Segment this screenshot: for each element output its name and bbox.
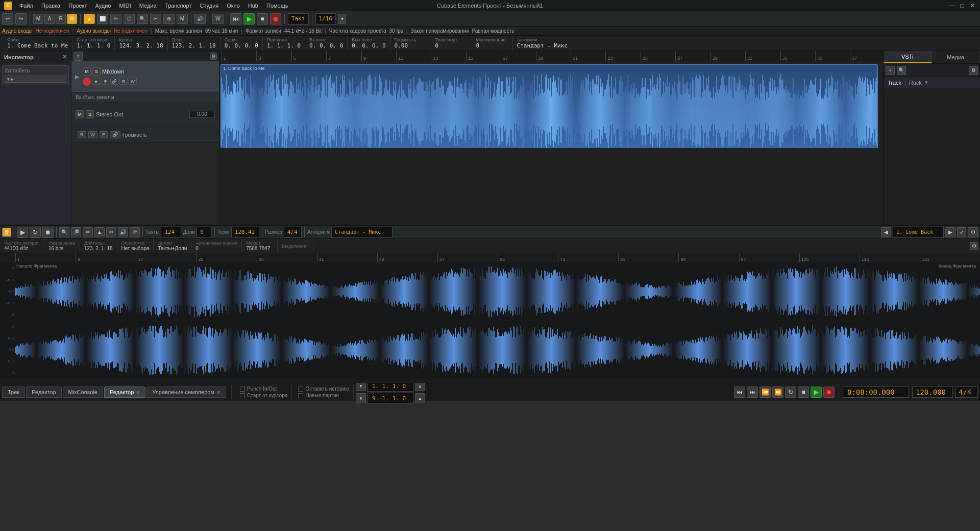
transport-play[interactable]: ▶	[243, 13, 255, 25]
menu-transport[interactable]: Транспорт	[162, 3, 195, 9]
inspector-close[interactable]: ✕	[62, 54, 67, 60]
erase-tool[interactable]: ⬡	[124, 14, 135, 24]
in-field-value[interactable]: 0. 0. 0. 0	[309, 42, 343, 49]
loop-btn[interactable]: ↻	[785, 387, 796, 398]
mode-a[interactable]: A	[44, 14, 55, 24]
sample-draw[interactable]: ✏	[83, 227, 93, 237]
volume-value[interactable]: 0.00	[395, 42, 427, 49]
menu-help[interactable]: Помощь	[263, 3, 291, 9]
stereo-out-link[interactable]: 🔗	[110, 131, 120, 138]
track-type-rack[interactable]: Rack	[909, 80, 922, 86]
stop-btn[interactable]: ■	[798, 387, 809, 398]
tab-editor-2-close[interactable]: ✕	[136, 390, 140, 395]
menu-project[interactable]: Проект	[65, 3, 90, 9]
sample-clip-name[interactable]: 1. Come Back	[893, 227, 944, 238]
mute-tool[interactable]: M	[177, 14, 188, 24]
mode-r[interactable]: R	[56, 14, 66, 24]
track-freeze[interactable]: ❄	[101, 78, 109, 85]
zoom-tool[interactable]: 🔍	[137, 14, 148, 24]
mode-m[interactable]: M	[33, 14, 43, 24]
punch-cursor[interactable]: Старт от курсора	[240, 393, 287, 398]
mode-w[interactable]: W	[67, 14, 77, 24]
pos-down-2[interactable]: ▼	[356, 393, 366, 403]
automation-write[interactable]: W	[212, 14, 224, 24]
sample-speaker[interactable]: 🔊	[118, 227, 128, 237]
hitpoints-section[interactable]: Хитпойнты ▾ ▸	[2, 65, 69, 85]
sample-play-button[interactable]: ▶	[17, 227, 28, 238]
punch-cursor-check[interactable]	[240, 393, 245, 398]
rec-btn[interactable]: ⏺	[823, 387, 835, 398]
menu-window[interactable]: Окно	[224, 3, 243, 9]
split-tool[interactable]: ✂	[150, 14, 161, 24]
se-settings-btn[interactable]: ⚙	[970, 242, 978, 250]
track-link[interactable]: 🔗	[110, 78, 118, 85]
track-type-arrow[interactable]: ▾	[925, 79, 928, 86]
forward-btn[interactable]: ⏩	[772, 387, 783, 398]
audio-clip[interactable]: 1. Come Back to Me	[220, 64, 878, 151]
close-button[interactable]: ✕	[969, 2, 976, 9]
tempo-value[interactable]: 120.42	[231, 227, 259, 238]
stereo-out-w[interactable]: W	[88, 131, 98, 138]
audio-out-label[interactable]: Аудио выходы	[77, 28, 111, 34]
tab-editor-1[interactable]: Редактор	[26, 387, 61, 398]
menu-midi[interactable]: MIDI	[116, 3, 134, 9]
sample-zoom-out[interactable]: 🔎	[71, 227, 81, 237]
audio-in-status[interactable]: Не подключен	[36, 28, 69, 34]
vsti-settings[interactable]: ⚙	[969, 66, 978, 75]
tune-value[interactable]: 0	[476, 42, 508, 49]
range-tool[interactable]: ⬜	[97, 14, 108, 24]
menu-edit[interactable]: Правка	[38, 3, 63, 9]
redo-button[interactable]: ↪	[15, 13, 27, 25]
maximize-button[interactable]: □	[959, 2, 966, 9]
sample-h-scrollbar[interactable]	[0, 379, 980, 383]
rewind-btn[interactable]: ⏪	[760, 387, 771, 398]
sample-select[interactable]: ▲	[94, 227, 105, 237]
tab-mixconsole[interactable]: MixConsole	[63, 387, 103, 398]
end-value[interactable]: 124. 3. 2. 18	[119, 42, 163, 49]
length-value[interactable]: 123. 2. 1. 18	[172, 42, 216, 49]
tempo-display[interactable]: 120.000	[912, 387, 953, 398]
add-vsti-button[interactable]: +	[886, 66, 895, 75]
menu-audio[interactable]: Аудио	[92, 3, 114, 9]
draw-tool[interactable]: ✏	[110, 14, 121, 24]
sample-editor-expand[interactable]: ⤢	[957, 227, 966, 237]
snap-value[interactable]: 1. 1. 1. 0	[267, 42, 301, 49]
offset-value[interactable]: 0. 0. 0. 0	[225, 42, 258, 49]
menu-hub[interactable]: Hub	[245, 3, 261, 9]
media-tab[interactable]: Медиа	[932, 51, 981, 63]
track-expand-icon[interactable]: ▶	[74, 73, 81, 80]
punch-new-check[interactable]	[298, 393, 303, 398]
track-type-track[interactable]: Track	[888, 80, 901, 86]
channel1-waveform[interactable]	[15, 262, 980, 321]
transport-rewind[interactable]: ⏮	[230, 13, 241, 25]
quantize-arrow[interactable]: ▾	[338, 14, 346, 24]
stereo-out-e[interactable]: E	[100, 131, 108, 138]
start-pos-value[interactable]: 1. 1. 1. 0	[77, 42, 110, 49]
position-value-2[interactable]: 9. 1. 1. 0	[368, 393, 413, 404]
punch-inout-check[interactable]	[240, 387, 245, 392]
menu-studio[interactable]: Студия	[197, 3, 222, 9]
out-field-value[interactable]: 0. 0. 0. 0	[352, 42, 385, 49]
add-track-button[interactable]: +	[74, 52, 83, 61]
stereo-out-solo[interactable]: S	[86, 110, 94, 118]
record-button[interactable]	[83, 78, 91, 86]
glue-tool[interactable]: ⊕	[163, 14, 175, 24]
sample-editor-settings[interactable]: ⚙	[968, 227, 978, 237]
tab-track[interactable]: Трек	[2, 387, 25, 398]
punch-new-parts[interactable]: Новые партии	[298, 393, 349, 398]
sample-editor-next[interactable]: ▶	[945, 227, 955, 237]
punch-history-check[interactable]	[298, 387, 303, 392]
track-settings[interactable]: ⚙	[210, 53, 217, 60]
mixdown-track-main[interactable]: ▶ M S Mixdown ◈ ❄ 🔗 R	[71, 61, 219, 92]
stereo-out-r[interactable]: R	[78, 131, 86, 138]
punch-history[interactable]: Оставить историю	[298, 386, 349, 392]
sample-editor-prev[interactable]: ◀	[881, 227, 891, 237]
solo-button[interactable]: S	[92, 67, 101, 76]
channel2-waveform[interactable]	[15, 321, 980, 379]
speaker-tool[interactable]: 🔊	[194, 14, 206, 24]
play-btn[interactable]: ▶	[811, 387, 822, 398]
vsti-tab[interactable]: VSTi	[884, 51, 932, 63]
transport-stop[interactable]: ■	[257, 13, 268, 25]
size-value[interactable]: 4/4	[284, 227, 302, 238]
search-vsti-button[interactable]: 🔍	[897, 66, 906, 75]
